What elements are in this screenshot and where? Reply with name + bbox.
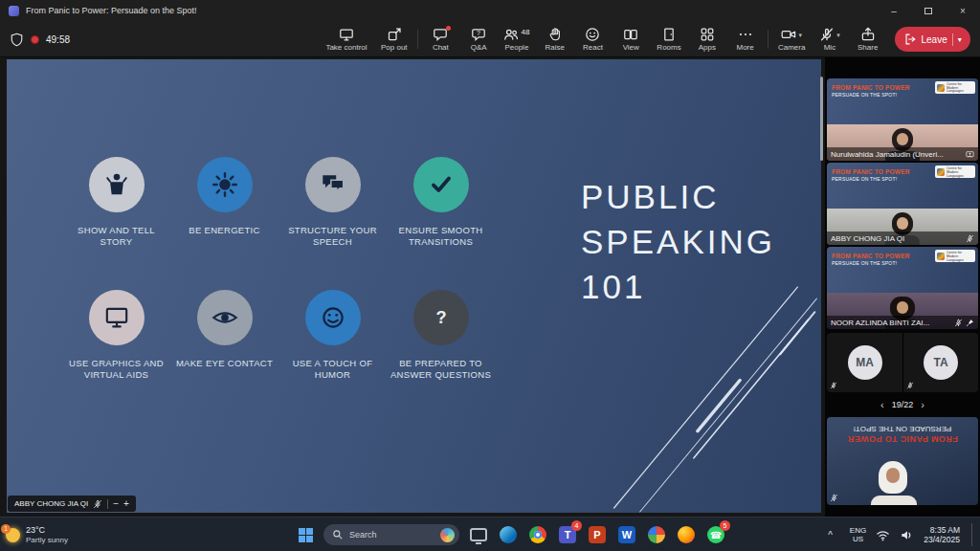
smiley-icon [319, 303, 347, 332]
partly-sunny-icon: 1 [6, 528, 20, 542]
remote-desktop-app-icon[interactable] [467, 523, 490, 546]
zoom-in-button[interactable]: + [123, 499, 129, 509]
start-button[interactable] [295, 524, 316, 545]
minimize-button[interactable]: – [877, 0, 911, 21]
hidden-icons-chevron[interactable]: ^ [828, 530, 833, 540]
tip-icon-circle [197, 290, 253, 345]
leave-dropdown-chevron[interactable]: ▾ [958, 35, 962, 44]
eye-icon [211, 303, 239, 332]
participant-namebar: ABBY CHONG JIA QI [827, 231, 978, 245]
slide-tip: STRUCTURE YOUR SPEECH [278, 157, 387, 247]
avatar: TA [924, 345, 958, 380]
share-button[interactable]: Share [853, 27, 883, 52]
chat-button[interactable]: Chat [425, 27, 456, 52]
slide-backdrop: FROM PANIC TO POWER PERSUADE ON THE SPOT… [827, 78, 978, 124]
powerpoint-app-icon[interactable]: P [586, 523, 609, 546]
svg-text:?: ? [435, 308, 446, 327]
mic-muted-icon [906, 382, 914, 389]
mic-muted-icon [966, 234, 974, 243]
participant-namebar: NOOR AZLINDA BINTI ZAI... [827, 316, 978, 329]
meeting-timer: 49:58 [46, 34, 70, 45]
pin-icon [966, 319, 974, 327]
wifi-icon[interactable] [876, 528, 890, 542]
participant-avatar[interactable]: TA [902, 333, 978, 392]
tip-icon-circle [305, 157, 361, 212]
pop-out-button[interactable]: Pop out [379, 27, 410, 52]
whatsapp-app-icon[interactable]: ☎5 [704, 523, 727, 546]
slide-tip: USE GRAPHICS AND VIRTUAL AIDS [62, 290, 170, 380]
speaker-icon[interactable] [900, 528, 914, 542]
camera-icon [781, 27, 796, 42]
slide-tip: USE A TOUCH OF HUMOR [278, 290, 387, 380]
taskbar-search[interactable]: Search [323, 524, 459, 545]
close-button[interactable]: × [946, 0, 980, 21]
react-button[interactable]: React [577, 27, 608, 52]
webcam-video [869, 461, 919, 505]
participant-avatar[interactable]: MA [827, 333, 902, 392]
speech-bubbles-icon [319, 170, 347, 199]
camera-button[interactable]: ▾ Camera [776, 27, 807, 52]
word-app-icon[interactable]: W [615, 523, 638, 546]
mic-muted-icon [954, 319, 963, 327]
participant-tile[interactable]: FROM PANIC TO POWER PERSUADE ON THE SPOT… [827, 247, 978, 329]
university-logo: Centre for Modern Languages [935, 81, 975, 94]
more-ellipsis-icon [738, 27, 753, 42]
photos-app-icon[interactable] [645, 523, 668, 546]
search-highlight-icon [440, 528, 455, 542]
clock[interactable]: 8:35 AM 23/4/2025 [924, 525, 960, 544]
participant-tile[interactable]: FROM PANIC TO POWER PERSUADE ON THE SPOT… [827, 78, 978, 161]
windows-logo-icon [299, 528, 313, 542]
raise-hand-button[interactable]: Raise [540, 27, 570, 52]
temperature: 23°C [26, 525, 68, 536]
apps-button[interactable]: Apps [692, 27, 723, 52]
leave-divider [952, 33, 953, 46]
slide-tip: ? BE PREPARED TO ANSWER QUESTIONS [387, 290, 495, 380]
participants-sidebar: FROM PANIC TO POWER PERSUADE ON THE SPOT… [825, 57, 980, 517]
teams-app-icon [9, 6, 19, 16]
slide-tip: MAKE EYE CONTACT [170, 290, 278, 369]
recording-status: 49:58 [10, 21, 70, 57]
room-camera-tile[interactable]: FROM PANIC TO POWER PERSUADE ON THE SPOT… [827, 417, 978, 505]
weather-condition: Partly sunny [26, 536, 68, 544]
take-control-button[interactable]: Take control [322, 27, 371, 52]
teams-taskbar-icon[interactable]: T4 [556, 523, 579, 546]
show-desktop-button[interactable] [971, 523, 974, 546]
participant-tile[interactable]: FROM PANIC TO POWER PERSUADE ON THE SPOT… [827, 163, 978, 245]
camera-dropdown-chevron[interactable]: ▾ [798, 31, 802, 39]
window-title: From Panic to Power: Persuade on the Spo… [26, 6, 197, 15]
tag-divider [107, 499, 108, 509]
leave-button[interactable]: Leave ▾ [895, 27, 970, 52]
weather-badge: 1 [1, 524, 11, 534]
edge-app-icon[interactable] [497, 523, 520, 546]
toolbar-separator [768, 30, 768, 49]
mic-dropdown-chevron[interactable]: ▾ [836, 31, 840, 39]
rooms-button[interactable]: Rooms [654, 27, 684, 52]
more-button[interactable]: More [730, 27, 761, 52]
logo-emblem-icon [937, 253, 945, 260]
mic-button[interactable]: ▾ Mic [814, 27, 845, 52]
participant-count: 48 [521, 28, 529, 36]
people-button[interactable]: 48 People [501, 27, 532, 52]
prev-page-button[interactable]: ‹ [880, 399, 884, 410]
search-label: Search [349, 530, 377, 540]
participants-scrollbar[interactable] [820, 77, 823, 161]
presenting-icon [966, 150, 974, 159]
windows-taskbar: 1 23°C Partly sunny Search T4 P W ☎5 [0, 517, 980, 551]
weather-widget[interactable]: 1 23°C Partly sunny [6, 518, 68, 551]
maximize-button[interactable] [911, 0, 946, 21]
zoom-out-button[interactable]: − [113, 499, 119, 509]
firefox-app-icon[interactable] [675, 523, 698, 546]
shared-screen-stage: SHOW AND TELL STORY BE ENERGETIC STRUCTU… [0, 57, 825, 517]
language-indicator[interactable]: ENG US [850, 526, 866, 543]
shield-icon [10, 33, 24, 47]
participants-pagination: ‹ 19/22 › [827, 394, 978, 415]
next-page-button[interactable]: › [921, 399, 924, 410]
view-button[interactable]: View [615, 27, 646, 52]
presentation-slide: SHOW AND TELL STORY BE ENERGETIC STRUCTU… [7, 59, 821, 513]
logo-emblem-icon [937, 84, 945, 92]
question-icon: ? [427, 303, 456, 332]
avatar-tile[interactable]: MA TA [827, 333, 978, 392]
chrome-app-icon[interactable] [526, 523, 549, 546]
monitor-icon [102, 303, 131, 332]
qa-button[interactable]: ? Q&A [463, 27, 494, 52]
